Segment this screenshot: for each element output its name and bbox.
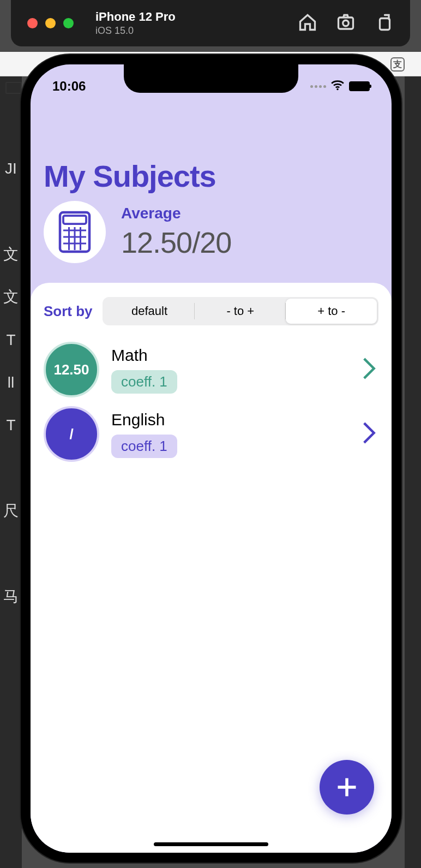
rotate-icon[interactable] xyxy=(374,13,394,34)
subject-coeff-badge: coeff. 1 xyxy=(111,370,177,394)
subjects-card: Sort by default - to + + to - 12.50 Math… xyxy=(31,283,392,853)
phone-frame: 10:06 My Subjects xyxy=(21,55,401,863)
simulator-device-name: iPhone 12 Pro xyxy=(95,10,176,24)
background-left-panel: JI文文TllT尺马 xyxy=(0,76,22,868)
bg-folder-icon xyxy=(5,82,22,94)
phone-notch xyxy=(124,64,298,93)
subject-score-badge: / xyxy=(44,406,99,462)
fullscreen-window-button[interactable] xyxy=(63,18,74,28)
phone-screen: 10:06 My Subjects xyxy=(31,64,392,853)
subject-coeff-badge: coeff. 1 xyxy=(111,435,177,458)
close-window-button[interactable] xyxy=(27,18,38,28)
wifi-icon xyxy=(330,78,345,94)
sort-label: Sort by xyxy=(44,303,93,320)
chevron-right-icon[interactable] xyxy=(361,420,378,448)
sort-option-asc[interactable]: - to + xyxy=(195,299,286,324)
average-label: Average xyxy=(121,205,231,222)
sort-row: Sort by default - to + + to - xyxy=(44,297,378,325)
subject-name: English xyxy=(111,411,349,429)
home-indicator[interactable] xyxy=(154,842,268,846)
home-icon[interactable] xyxy=(298,13,317,34)
status-time: 10:06 xyxy=(52,79,86,94)
subject-row-english[interactable]: / English coeff. 1 xyxy=(44,402,378,466)
simulator-titlebar: iPhone 12 Pro iOS 15.0 xyxy=(11,0,410,46)
subject-score-badge: 12.50 xyxy=(44,342,99,397)
sort-option-desc[interactable]: + to - xyxy=(286,299,377,324)
svg-point-3 xyxy=(336,88,338,90)
svg-point-1 xyxy=(343,20,349,26)
plus-icon xyxy=(335,775,359,799)
calculator-icon xyxy=(44,201,106,263)
average-value: 12.50/20 xyxy=(121,225,231,259)
minimize-window-button[interactable] xyxy=(45,18,56,28)
chevron-right-icon[interactable] xyxy=(361,356,378,383)
cellular-icon xyxy=(310,85,326,88)
battery-icon xyxy=(349,81,370,91)
page-title: My Subjects xyxy=(44,158,216,194)
svg-rect-5 xyxy=(63,216,86,224)
sort-segmented-control[interactable]: default - to + + to - xyxy=(103,297,378,325)
window-traffic-lights[interactable] xyxy=(27,18,74,28)
background-right-panel xyxy=(405,76,421,868)
subject-name: Math xyxy=(111,346,349,365)
screenshot-icon[interactable] xyxy=(336,13,356,34)
average-summary: Average 12.50/20 xyxy=(44,201,231,263)
bg-extension-icon: 支 xyxy=(390,57,405,72)
svg-rect-0 xyxy=(339,17,353,29)
svg-rect-2 xyxy=(380,18,390,29)
add-subject-button[interactable] xyxy=(320,760,374,815)
subject-row-math[interactable]: 12.50 Math coeff. 1 xyxy=(44,337,378,402)
sort-option-default[interactable]: default xyxy=(104,299,195,324)
subject-list: 12.50 Math coeff. 1 / English coeff. 1 xyxy=(44,337,378,466)
simulator-os-version: iOS 15.0 xyxy=(95,25,176,37)
